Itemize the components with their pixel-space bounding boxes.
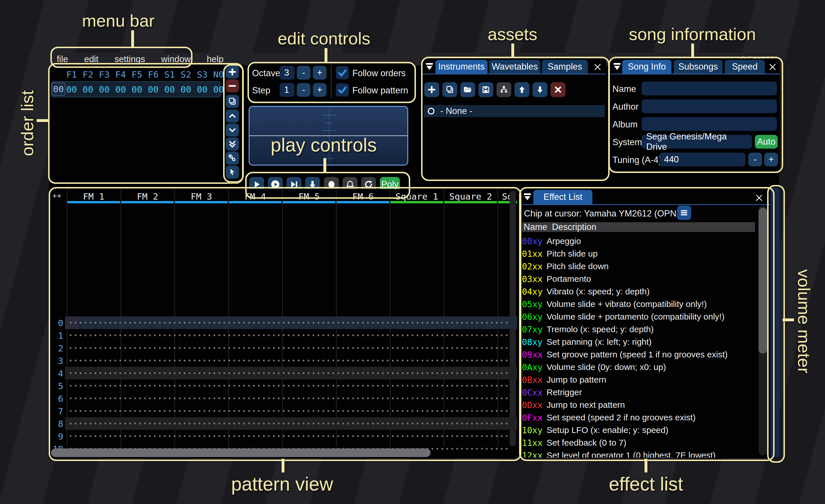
- effect-row[interactable]: 0FxxSet speed (speed 2 if no grooves exi…: [522, 411, 695, 424]
- order-cell[interactable]: 00: [99, 84, 109, 94]
- octave-increase-button[interactable]: +: [313, 66, 326, 80]
- octave-input[interactable]: 3: [280, 66, 295, 80]
- octave-decrease-button[interactable]: -: [297, 66, 310, 80]
- effect-row[interactable]: 09xxSet groove pattern (speed 1 if no gr…: [522, 348, 728, 361]
- close-icon[interactable]: [593, 63, 602, 71]
- order-duplicate-end-button[interactable]: [226, 138, 239, 151]
- order-cell[interactable]: 00: [115, 84, 126, 94]
- order-cell[interactable]: 00: [197, 84, 207, 94]
- pattern-row-highlight[interactable]: [65, 417, 517, 430]
- channel-header-fm1[interactable]: FM 1: [67, 191, 121, 201]
- name-input[interactable]: [642, 82, 777, 95]
- order-duplicate-button[interactable]: [226, 95, 239, 108]
- step-increase-button[interactable]: +: [313, 83, 326, 97]
- pattern-row[interactable]: [65, 392, 517, 405]
- system-auto-button[interactable]: Auto: [755, 135, 778, 149]
- tab-samples[interactable]: Samples: [542, 60, 588, 74]
- pattern-row[interactable]: [65, 430, 517, 442]
- channel-header-fm6[interactable]: FM 6: [336, 191, 390, 201]
- effect-row[interactable]: 12xxSet level of operator 1 (0 highest, …: [522, 449, 716, 457]
- tab-subsongs[interactable]: Subsongs: [674, 60, 723, 74]
- asset-directory-button[interactable]: [497, 82, 511, 97]
- pattern-row[interactable]: [65, 342, 517, 354]
- window-collapse-icon[interactable]: [425, 62, 434, 71]
- effect-row[interactable]: 00xyArpeggio: [522, 235, 581, 247]
- pattern-row-active[interactable]: [65, 317, 517, 329]
- asset-duplicate-button[interactable]: [442, 82, 457, 97]
- tab-speed[interactable]: Speed: [725, 60, 765, 74]
- album-input[interactable]: [642, 117, 777, 131]
- tuning-input[interactable]: 440: [659, 153, 745, 166]
- order-cell[interactable]: 00: [82, 84, 93, 94]
- add-channel-button[interactable]: ++: [53, 191, 61, 200]
- window-collapse-icon[interactable]: [612, 62, 622, 71]
- asset-move-down-button[interactable]: [532, 82, 547, 97]
- pattern-row-highlight[interactable]: [65, 367, 517, 380]
- tab-song-info[interactable]: Song Info: [622, 60, 671, 74]
- order-move-down-button[interactable]: [226, 123, 239, 137]
- follow-pattern-label[interactable]: Follow pattern: [352, 85, 408, 96]
- order-add-button[interactable]: [226, 65, 239, 78]
- effect-row[interactable]: 06xyVolume slide + portamento (compatibi…: [522, 311, 725, 323]
- order-move-up-button[interactable]: [226, 109, 239, 122]
- menu-edit[interactable]: edit: [76, 54, 106, 65]
- order-cell[interactable]: 00: [148, 84, 158, 94]
- channel-header-square2[interactable]: Square 2: [444, 191, 498, 201]
- effect-row[interactable]: 08xySet panning (x: left; y: right): [522, 336, 652, 348]
- effect-table-header[interactable]: Name Description: [522, 222, 755, 232]
- order-row-index[interactable]: 00: [52, 82, 65, 96]
- order-edit-mode-button[interactable]: [226, 166, 239, 179]
- order-remove-button[interactable]: [226, 79, 239, 92]
- close-icon[interactable]: [768, 63, 777, 71]
- channel-header-fm4[interactable]: FM 4: [228, 191, 282, 201]
- effect-scrollbar-thumb[interactable]: [759, 208, 767, 353]
- channel-header-square1[interactable]: Square 1: [390, 191, 444, 201]
- menu-settings[interactable]: settings: [106, 54, 153, 65]
- pattern-row[interactable]: [65, 329, 517, 342]
- tuning-increase-button[interactable]: +: [764, 153, 778, 166]
- pattern-horizontal-scrollbar[interactable]: [51, 448, 431, 457]
- system-select[interactable]: Sega Genesis/Mega Drive: [642, 135, 752, 149]
- step-decrease-button[interactable]: -: [297, 83, 310, 97]
- order-cell[interactable]: 00: [66, 84, 77, 94]
- instrument-list-item[interactable]: - None -: [424, 105, 605, 117]
- follow-pattern-checkbox[interactable]: [336, 83, 349, 96]
- effect-row[interactable]: 03xxPortamento: [522, 273, 591, 285]
- effect-row[interactable]: 0AxyVolume slide (0y: down; x0: up): [522, 361, 666, 373]
- asset-move-up-button[interactable]: [515, 82, 529, 97]
- effect-row[interactable]: 07xyTremolo (x: speed; y: depth): [522, 323, 654, 336]
- effect-row[interactable]: 0CxxRetrigger: [522, 386, 582, 399]
- tab-wavetables[interactable]: Wavetables: [489, 60, 540, 74]
- tab-effect-list[interactable]: Effect List: [533, 190, 592, 204]
- pattern-row[interactable]: [65, 380, 517, 392]
- pattern-row[interactable]: [65, 405, 517, 417]
- pattern-row[interactable]: [65, 354, 517, 367]
- menu-help[interactable]: help: [199, 54, 232, 65]
- menu-file[interactable]: file: [49, 54, 76, 65]
- close-icon[interactable]: [755, 193, 763, 202]
- effect-row[interactable]: 05xyVolume slide + vibrato (compatibilit…: [522, 298, 707, 311]
- menu-window[interactable]: window: [153, 54, 199, 65]
- follow-orders-label[interactable]: Follow orders: [352, 68, 405, 78]
- order-deep-clone-button[interactable]: [226, 152, 239, 165]
- effect-row[interactable]: 02xxPitch slide down: [522, 260, 609, 273]
- effect-row[interactable]: 04xyVibrato (x: speed; y: depth): [522, 285, 650, 298]
- effect-row[interactable]: 10xySetup LFO (x: enable; y: speed): [522, 424, 668, 436]
- order-cell[interactable]: 00: [164, 84, 175, 94]
- tuning-decrease-button[interactable]: -: [748, 153, 762, 166]
- order-cell[interactable]: 00: [180, 84, 191, 94]
- order-cell[interactable]: 00: [213, 84, 224, 94]
- window-collapse-icon[interactable]: [523, 192, 532, 201]
- asset-save-button[interactable]: [478, 82, 493, 97]
- channel-header-fm3[interactable]: FM 3: [174, 191, 228, 201]
- tab-instruments[interactable]: Instruments: [435, 60, 487, 74]
- effect-row[interactable]: 0DxxJump to next pattern: [522, 399, 625, 411]
- effect-row[interactable]: 01xxPitch slide up: [522, 247, 598, 260]
- follow-orders-checkbox[interactable]: [336, 66, 349, 79]
- channel-header-fm5[interactable]: FM 5: [282, 191, 336, 201]
- effect-sort-menu-button[interactable]: [677, 205, 691, 220]
- author-input[interactable]: [642, 99, 777, 113]
- effect-row[interactable]: 11xxSet feedback (0 to 7): [522, 436, 626, 449]
- step-input[interactable]: 1: [280, 83, 295, 97]
- asset-add-button[interactable]: [424, 82, 439, 97]
